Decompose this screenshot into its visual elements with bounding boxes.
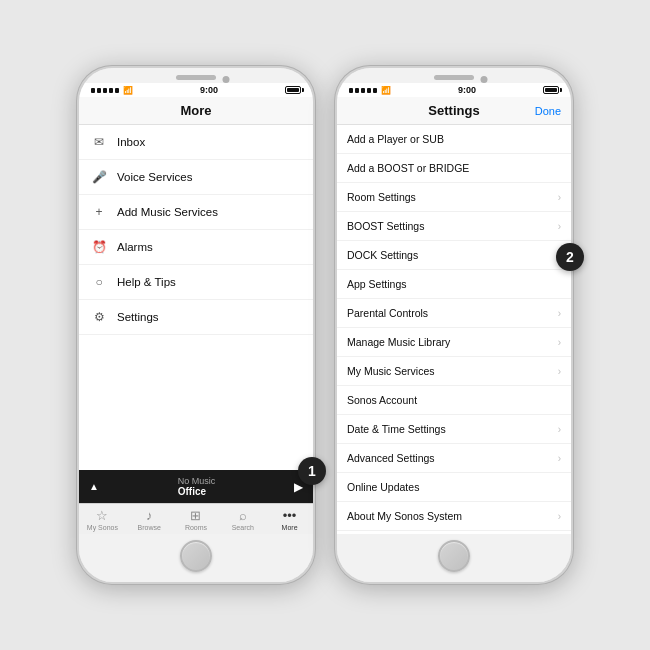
menu-item-settings[interactable]: ⚙ Settings xyxy=(79,300,313,335)
plus-icon: + xyxy=(91,205,107,219)
tab-my-sonos[interactable]: ☆ My Sonos xyxy=(79,504,126,534)
nav-header-2: Settings Done xyxy=(337,97,571,125)
settings-label-datetime: Date & Time Settings xyxy=(347,423,548,435)
speaker-2 xyxy=(434,75,474,80)
nav-title-1: More xyxy=(180,103,211,118)
settings-item-app[interactable]: App Settings xyxy=(337,270,571,299)
settings-item-library[interactable]: Manage Music Library › xyxy=(337,328,571,357)
settings-label-about: About My Sonos System xyxy=(347,510,548,522)
chevron-boost: › xyxy=(558,221,561,232)
settings-item-music-services[interactable]: My Music Services › xyxy=(337,357,571,386)
menu-label-alarms: Alarms xyxy=(117,241,301,253)
no-music-label: No Music xyxy=(178,476,216,486)
status-time-2: 9:00 xyxy=(458,85,476,95)
settings-label-music-services: My Music Services xyxy=(347,365,548,377)
settings-label-updates: Online Updates xyxy=(347,481,561,493)
wifi-icon-1: 📶 xyxy=(123,86,133,95)
camera-2 xyxy=(481,76,488,83)
chevron-room: › xyxy=(558,192,561,203)
play-icon[interactable]: ▶ xyxy=(294,480,303,494)
settings-item-advanced[interactable]: Advanced Settings › xyxy=(337,444,571,473)
mic-icon: 🎤 xyxy=(91,170,107,184)
menu-label-settings: Settings xyxy=(117,311,301,323)
nav-title-2: Settings xyxy=(428,103,479,118)
menu-label-voice: Voice Services xyxy=(117,171,301,183)
settings-item-updates[interactable]: Online Updates xyxy=(337,473,571,502)
search-icon: ⌕ xyxy=(239,508,247,523)
settings-item-add-player[interactable]: Add a Player or SUB xyxy=(337,125,571,154)
settings-item-about[interactable]: About My Sonos System › xyxy=(337,502,571,531)
settings-list: Add a Player or SUB Add a BOOST or BRIDG… xyxy=(337,125,571,534)
rooms-icon: ⊞ xyxy=(190,508,201,523)
player-bar-1[interactable]: ▲ No Music Office ▶ xyxy=(79,470,313,503)
chevron-datetime: › xyxy=(558,424,561,435)
tab-bar-1: ☆ My Sonos ♪ Browse ⊞ Rooms ⌕ Search •••… xyxy=(79,503,313,534)
gear-icon: ⚙ xyxy=(91,310,107,324)
settings-item-boost[interactable]: BOOST Settings › xyxy=(337,212,571,241)
tab-more[interactable]: ••• More xyxy=(266,504,313,534)
settings-label-library: Manage Music Library xyxy=(347,336,548,348)
menu-item-add-music[interactable]: + Add Music Services xyxy=(79,195,313,230)
menu-label-help: Help & Tips xyxy=(117,276,301,288)
menu-label-add-music: Add Music Services xyxy=(117,206,301,218)
player-info-1: No Music Office xyxy=(178,476,216,497)
menu-label-inbox: Inbox xyxy=(117,136,301,148)
settings-label-app: App Settings xyxy=(347,278,561,290)
tab-browse[interactable]: ♪ Browse xyxy=(126,504,173,534)
settings-item-account[interactable]: Sonos Account xyxy=(337,386,571,415)
phone-2: 📶 9:00 Settings Done Add a Player or SUB… xyxy=(334,65,574,585)
home-button-1[interactable] xyxy=(180,540,212,572)
settings-label-dock: DOCK Settings xyxy=(347,249,548,261)
tab-browse-label: Browse xyxy=(138,524,161,531)
inbox-icon: ✉ xyxy=(91,135,107,149)
badge-2: 2 xyxy=(556,243,584,271)
speaker-1 xyxy=(176,75,216,80)
camera-1 xyxy=(223,76,230,83)
signal-dots-1 xyxy=(91,88,119,93)
phone-1: 📶 9:00 More ✉ Inbox 🎤 Voice Services + A… xyxy=(76,65,316,585)
alarm-icon: ⏰ xyxy=(91,240,107,254)
settings-label-parental: Parental Controls xyxy=(347,307,548,319)
badge-1: 1 xyxy=(298,457,326,485)
menu-item-help[interactable]: ○ Help & Tips xyxy=(79,265,313,300)
help-icon: ○ xyxy=(91,275,107,289)
phone-bottom-1 xyxy=(79,534,313,582)
tab-rooms-label: Rooms xyxy=(185,524,207,531)
menu-item-alarms[interactable]: ⏰ Alarms xyxy=(79,230,313,265)
wifi-icon-2: 📶 xyxy=(381,86,391,95)
tab-rooms[interactable]: ⊞ Rooms xyxy=(173,504,220,534)
phone-bottom-2 xyxy=(337,534,571,582)
phone-top-1 xyxy=(79,68,313,83)
home-button-2[interactable] xyxy=(438,540,470,572)
menu-item-inbox[interactable]: ✉ Inbox xyxy=(79,125,313,160)
settings-label-boost: BOOST Settings xyxy=(347,220,548,232)
player-up-icon: ▲ xyxy=(89,481,99,492)
menu-list-1: ✉ Inbox 🎤 Voice Services + Add Music Ser… xyxy=(79,125,313,470)
my-sonos-icon: ☆ xyxy=(96,508,108,523)
status-bar-1: 📶 9:00 xyxy=(79,83,313,97)
menu-item-voice[interactable]: 🎤 Voice Services xyxy=(79,160,313,195)
settings-item-room[interactable]: Room Settings › xyxy=(337,183,571,212)
settings-item-parental[interactable]: Parental Controls › xyxy=(337,299,571,328)
battery-1 xyxy=(285,86,301,94)
tab-search[interactable]: ⌕ Search xyxy=(219,504,266,534)
settings-item-datetime[interactable]: Date & Time Settings › xyxy=(337,415,571,444)
settings-label-add-player: Add a Player or SUB xyxy=(347,133,561,145)
player-room-label: Office xyxy=(178,486,216,497)
chevron-advanced: › xyxy=(558,453,561,464)
settings-label-advanced: Advanced Settings xyxy=(347,452,548,464)
chevron-library: › xyxy=(558,337,561,348)
settings-item-add-boost[interactable]: Add a BOOST or BRIDGE xyxy=(337,154,571,183)
tab-search-label: Search xyxy=(232,524,254,531)
settings-label-add-boost: Add a BOOST or BRIDGE xyxy=(347,162,561,174)
tab-my-sonos-label: My Sonos xyxy=(87,524,118,531)
chevron-music-services: › xyxy=(558,366,561,377)
status-bar-2: 📶 9:00 xyxy=(337,83,571,97)
done-button[interactable]: Done xyxy=(535,105,561,117)
settings-label-account: Sonos Account xyxy=(347,394,561,406)
tab-more-label: More xyxy=(282,524,298,531)
more-icon: ••• xyxy=(283,508,297,523)
settings-item-dock[interactable]: DOCK Settings › xyxy=(337,241,571,270)
chevron-parental: › xyxy=(558,308,561,319)
chevron-about: › xyxy=(558,511,561,522)
